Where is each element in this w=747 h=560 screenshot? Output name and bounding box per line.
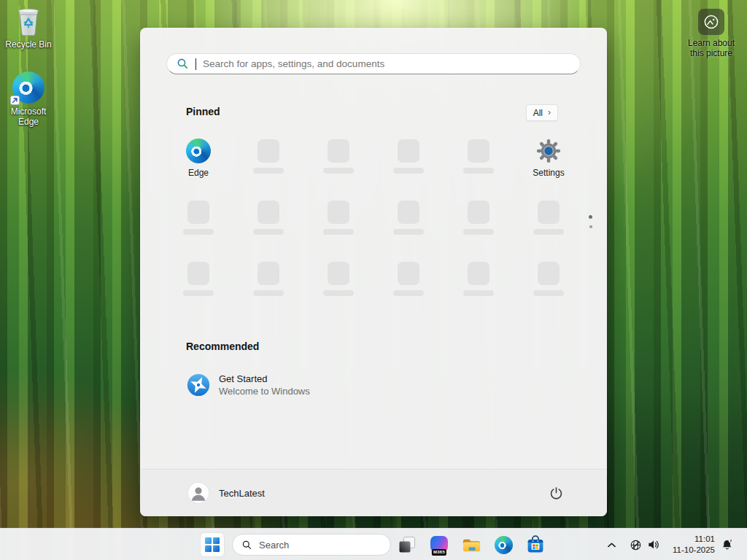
placeholder-label [463,290,494,296]
placeholder-label [323,290,354,296]
pinned-app-edge[interactable]: Edge [163,139,233,200]
placeholder-label [253,168,284,174]
placeholder-label [253,229,284,235]
text-caret [196,58,196,70]
start-button[interactable] [201,533,224,556]
pinned-app-placeholder [163,200,233,261]
shortcut-arrow-icon [10,96,20,105]
speaker-icon [647,538,660,551]
start-search-box[interactable] [166,53,581,74]
power-button[interactable] [543,480,569,506]
placeholder-label [253,290,284,296]
placeholder-tile [538,201,560,224]
placeholder-label [323,229,354,235]
placeholder-tile [258,262,279,285]
taskbar: M365 [0,528,747,560]
file-explorer-icon [462,536,481,553]
recycle-bin-label: Recycle Bin [5,39,51,50]
placeholder-tile [538,262,560,285]
do-not-disturb-bell-icon: z [721,538,734,551]
tray-date: 11-10-2025 [673,545,715,556]
placeholder-tile [258,201,279,224]
pinned-app-placeholder [374,139,444,200]
tray-clock[interactable]: 11:01 11-10-2025 [673,529,715,560]
chevron-up-icon [606,540,617,551]
settings-gear-icon [536,139,561,163]
placeholder-label [533,229,564,235]
placeholder-label [463,168,494,174]
recommended-item-get-started[interactable]: Get Started Welcome to Windows [181,365,566,405]
windows-logo-icon [205,537,220,552]
search-icon [177,58,189,70]
picture-info-icon [698,9,724,35]
get-started-icon [187,373,210,397]
m365-copilot-button[interactable]: M365 [427,533,451,556]
taskbar-search-input[interactable] [259,540,390,551]
desktop-icon-microsoft-edge[interactable]: Microsoft Edge [0,71,57,127]
start-search-input[interactable] [203,58,580,69]
m365-badge: M365 [432,549,446,556]
placeholder-label [393,290,424,296]
pinned-app-placeholder [233,139,303,200]
pinned-apps-grid: Edge [163,139,584,322]
edge-taskbar-button[interactable] [492,533,515,556]
placeholder-tile [468,262,489,285]
pinned-app-placeholder [303,200,374,261]
pinned-app-placeholder [233,200,303,261]
microsoft-store-button[interactable] [524,533,547,556]
recommended-item-title: Get Started [219,373,310,384]
learn-about-label-line2: this picture [690,48,732,58]
edge-icon [186,139,211,163]
pinned-app-placeholder [374,200,444,261]
start-menu-footer: TechLatest [140,469,607,516]
recommended-item-subtitle: Welcome to Windows [219,386,310,397]
user-avatar[interactable] [188,483,209,503]
person-icon [188,483,209,503]
placeholder-label [463,229,494,235]
desktop-wallpaper: Recycle Bin Microsoft Edge Learn about t… [0,0,747,560]
pinned-app-placeholder [303,139,374,200]
pinned-app-label: Edge [188,168,209,178]
placeholder-label [323,168,354,174]
task-view-icon [398,535,417,554]
page-dot-active [589,215,592,219]
placeholder-tile [328,139,349,163]
placeholder-tile [468,139,489,163]
placeholder-tile [187,201,209,224]
placeholder-tile [398,262,419,285]
pinned-app-settings[interactable]: Settings [514,139,584,200]
placeholder-label [393,168,424,174]
pinned-page-indicator[interactable] [587,214,595,231]
globe-offline-icon [630,539,642,551]
desktop-icon-recycle-bin[interactable]: Recycle Bin [0,6,57,50]
tray-notifications[interactable]: z [718,529,737,560]
placeholder-tile [398,139,419,163]
placeholder-tile [328,201,349,224]
recycle-bin-icon [15,6,42,36]
pinned-app-placeholder [514,261,584,322]
placeholder-label [183,290,214,296]
microsoft-store-icon [526,535,545,554]
placeholder-tile [258,139,279,163]
taskbar-search-box[interactable] [232,534,391,556]
pinned-app-placeholder [444,139,514,200]
pinned-app-placeholder [374,261,444,322]
tray-show-hidden-icons[interactable] [603,529,620,560]
edge-shortcut-label: Microsoft Edge [0,106,57,127]
file-explorer-button[interactable] [460,533,483,556]
page-dot [589,225,592,228]
task-view-button[interactable] [395,533,419,556]
power-icon [549,486,564,501]
all-button-label: All [533,108,543,118]
placeholder-label [183,229,214,235]
pinned-app-placeholder [514,200,584,261]
learn-about-label-line1: Learn about [688,38,735,48]
chevron-right-icon: › [548,108,551,117]
user-name[interactable]: TechLatest [219,470,265,517]
pinned-all-button[interactable]: All › [526,104,558,121]
tray-time: 11:01 [694,534,715,545]
tray-volume[interactable] [643,529,664,560]
learn-about-picture-button[interactable]: Learn about this picture [683,9,740,58]
tray-network-status[interactable] [626,529,645,560]
pinned-app-placeholder [303,261,374,322]
